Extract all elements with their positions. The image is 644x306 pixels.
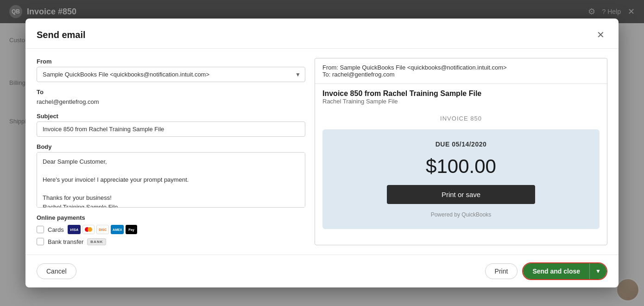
email-form-section: From Sample QuickBooks File <quickbooks@… [37, 58, 305, 245]
to-field-group: To rachel@gentlefrog.com [37, 89, 305, 106]
cards-payment-option: Cards VISA DISC AMEX Pay [37, 225, 305, 234]
card-icons-group: VISA DISC AMEX Pay [68, 225, 137, 234]
preview-invoice-label: INVOICE 850 [315, 108, 607, 129]
modal-close-button[interactable]: ✕ [593, 28, 607, 42]
preview-email-title-text: Invoice 850 from Rachel Training Sample … [322, 89, 600, 98]
body-label: Body [37, 143, 305, 150]
from-label: From [37, 58, 305, 65]
send-close-button-wrapper: Send and close ▼ [522, 262, 607, 280]
footer-right: Print Send and close ▼ [485, 262, 607, 280]
from-select[interactable]: Sample QuickBooks File <quickbooks@notif… [37, 67, 305, 82]
modal-header: Send email ✕ [25, 19, 619, 49]
body-field-group: Body Dear Sample Customer, Here's your i… [37, 143, 305, 208]
subject-field-group: Subject [37, 113, 305, 137]
preview-powered-label: Powered by QuickBooks [431, 211, 492, 218]
cancel-button[interactable]: Cancel [37, 263, 76, 279]
to-value: rachel@gentlefrog.com [37, 97, 305, 106]
preview-company-name: Rachel Training Sample File [322, 98, 600, 105]
bank-transfer-label: Bank transfer [48, 238, 83, 245]
to-label: To [37, 89, 305, 96]
cards-label: Cards [48, 226, 64, 233]
modal-footer: Cancel Print Send and close ▼ [25, 255, 619, 287]
email-preview-section: From: Sample QuickBooks File <quickbooks… [315, 58, 607, 245]
subject-input[interactable] [37, 121, 305, 137]
bank-transfer-checkbox[interactable] [37, 238, 44, 245]
send-close-button[interactable]: Send and close [523, 263, 589, 279]
preview-header: From: Sample QuickBooks File <quickbooks… [315, 58, 607, 84]
amex-icon: AMEX [111, 225, 124, 234]
preview-amount: $100.00 [426, 155, 496, 178]
preview-print-save-button[interactable]: Print or save [387, 185, 535, 204]
bank-icon: BANK [87, 238, 106, 245]
print-button[interactable]: Print [485, 263, 518, 279]
body-textarea[interactable]: Dear Sample Customer, Here's your invoic… [37, 152, 305, 208]
mastercard-icon [82, 225, 95, 234]
bank-transfer-payment-option: Bank transfer BANK [37, 238, 305, 245]
send-email-modal: Send email ✕ From Sample QuickBooks File… [25, 19, 619, 287]
discover-icon: DISC [96, 225, 109, 234]
send-close-dropdown-button[interactable]: ▼ [589, 263, 606, 279]
visa-icon: VISA [68, 225, 81, 234]
online-payments-label: Online payments [37, 214, 305, 221]
from-select-wrapper: Sample QuickBooks File <quickbooks@notif… [37, 67, 305, 82]
modal-overlay: Send email ✕ From Sample QuickBooks File… [0, 0, 644, 306]
applepay-icon: Pay [126, 225, 137, 234]
preview-invoice-card: DUE 05/14/2020 $100.00 Print or save Pow… [322, 129, 600, 229]
cards-checkbox[interactable] [37, 226, 44, 233]
online-payments-section: Online payments Cards VISA [37, 214, 305, 245]
footer-left: Cancel [37, 263, 76, 279]
preview-email-title-section: Invoice 850 from Rachel Training Sample … [315, 84, 607, 108]
subject-label: Subject [37, 113, 305, 120]
from-field-group: From Sample QuickBooks File <quickbooks@… [37, 58, 305, 82]
preview-to-line: To: rachel@gentlefrog.com [322, 71, 600, 78]
preview-from-line: From: Sample QuickBooks File <quickbooks… [322, 64, 600, 71]
preview-due-label: DUE 05/14/2020 [436, 140, 487, 148]
modal-body: From Sample QuickBooks File <quickbooks@… [25, 49, 619, 255]
modal-title: Send email [37, 30, 86, 40]
